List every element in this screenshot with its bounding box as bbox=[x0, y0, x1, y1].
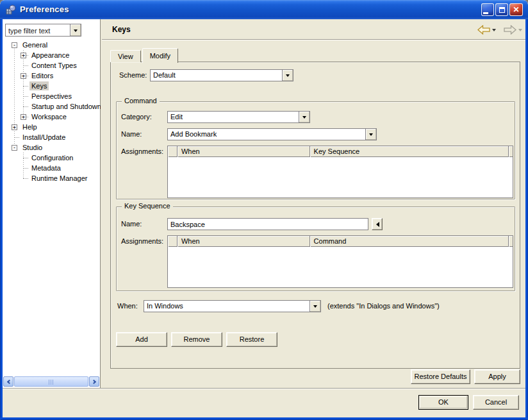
window-title: Preferences bbox=[20, 4, 69, 14]
filter-input[interactable] bbox=[6, 24, 70, 36]
close-button[interactable]: ✕ bbox=[509, 3, 523, 16]
when-combo[interactable]: In Windows bbox=[144, 300, 321, 312]
ok-button[interactable]: OK bbox=[418, 395, 468, 410]
sidebar-item-runtime-manager[interactable]: Runtime Manager bbox=[3, 173, 101, 183]
sidebar-item-configuration[interactable]: Configuration bbox=[3, 153, 101, 163]
sidebar-item-perspectives[interactable]: Perspectives bbox=[3, 91, 101, 101]
chevron-left-icon bbox=[6, 379, 11, 383]
back-button[interactable] bbox=[477, 25, 490, 35]
page-title: Keys bbox=[112, 25, 131, 34]
preferences-sidebar: - General + Appearance Content Types + E… bbox=[3, 19, 101, 388]
sidebar-item-keys[interactable]: Keys bbox=[3, 81, 101, 91]
remove-button[interactable]: Remove bbox=[171, 332, 222, 347]
scrollbar-track[interactable] bbox=[13, 376, 89, 387]
scheme-dropdown-button[interactable] bbox=[282, 70, 293, 81]
table-header-blank bbox=[509, 236, 513, 247]
title-bar[interactable]: Preferences ✕ bbox=[0, 0, 528, 19]
close-icon: ✕ bbox=[513, 6, 519, 13]
back-history-dropdown[interactable] bbox=[492, 29, 496, 33]
chevron-right-icon bbox=[91, 379, 95, 383]
window-border-bottom bbox=[0, 417, 528, 420]
key-sequence-group-title: Key Sequence bbox=[122, 202, 173, 210]
restore-button[interactable]: Restore bbox=[226, 332, 277, 347]
expand-icon[interactable]: + bbox=[12, 124, 17, 130]
horizontal-scrollbar[interactable] bbox=[3, 376, 99, 387]
tree-label: Perspectives bbox=[29, 92, 74, 101]
tree-label: Configuration bbox=[29, 153, 75, 162]
sidebar-item-general[interactable]: - General bbox=[3, 40, 101, 50]
expand-icon[interactable]: + bbox=[21, 73, 26, 79]
forward-button[interactable] bbox=[504, 25, 516, 35]
tree-label: Editors bbox=[29, 71, 55, 80]
sidebar-item-studio[interactable]: - Studio bbox=[3, 142, 101, 153]
command-name-combo[interactable]: Add Bookmark bbox=[167, 128, 377, 140]
key-sequence-name-label: Name: bbox=[121, 220, 142, 228]
collapse-icon[interactable]: - bbox=[12, 42, 17, 48]
tab-modify[interactable]: Modify bbox=[142, 48, 178, 63]
page-header: Keys bbox=[102, 19, 525, 40]
scheme-combo[interactable]: Default bbox=[150, 69, 293, 81]
app-icon bbox=[6, 4, 16, 15]
table-header-blank bbox=[168, 236, 177, 247]
command-assignments-table[interactable]: When Key Sequence bbox=[167, 146, 513, 198]
sidebar-item-install-update[interactable]: Install/Update bbox=[3, 132, 101, 142]
chevron-down-icon bbox=[313, 305, 317, 310]
maximize-icon bbox=[499, 7, 505, 13]
sidebar-item-metadata[interactable]: Metadata bbox=[3, 163, 101, 173]
table-header-command: Command bbox=[310, 236, 509, 247]
when-dropdown-button[interactable] bbox=[309, 301, 320, 312]
category-value: Edit bbox=[168, 112, 299, 122]
filter-dropdown-button[interactable] bbox=[70, 24, 81, 36]
scroll-right-button[interactable] bbox=[89, 376, 99, 387]
sidebar-item-help[interactable]: + Help bbox=[3, 122, 101, 132]
command-name-dropdown-button[interactable] bbox=[365, 129, 376, 140]
sidebar-item-content-types[interactable]: Content Types bbox=[3, 60, 101, 71]
command-group: Command Category: Edit Name: Add Bookmar… bbox=[116, 101, 515, 199]
table-header-key-sequence: Key Sequence bbox=[310, 146, 509, 157]
scrollbar-thumb[interactable] bbox=[14, 376, 88, 387]
tree-label: General bbox=[21, 40, 49, 49]
scroll-left-button[interactable] bbox=[3, 376, 13, 387]
collapse-icon[interactable]: - bbox=[12, 145, 17, 151]
expand-icon[interactable]: + bbox=[21, 114, 26, 120]
key-sequence-input[interactable] bbox=[167, 218, 368, 230]
tree-label-selected: Keys bbox=[29, 81, 49, 90]
sidebar-item-startup-and-shutdown[interactable]: Startup and Shutdown bbox=[3, 101, 101, 112]
cancel-button[interactable]: Cancel bbox=[473, 395, 519, 410]
forward-icon bbox=[504, 25, 516, 35]
maximize-button[interactable] bbox=[495, 3, 508, 16]
history-navigation bbox=[477, 25, 522, 35]
preferences-dialog: Preferences ✕ - General + bbox=[0, 0, 528, 420]
restore-defaults-button[interactable]: Restore Defaults bbox=[411, 369, 470, 384]
table-header-blank bbox=[168, 146, 177, 157]
sidebar-item-appearance[interactable]: + Appearance bbox=[3, 50, 101, 60]
tree-label: Install/Update bbox=[21, 133, 67, 142]
tree-label: Studio bbox=[21, 143, 44, 152]
tab-view[interactable]: View bbox=[110, 50, 141, 62]
chevron-down-icon bbox=[74, 29, 78, 34]
add-button[interactable]: Add bbox=[116, 332, 167, 347]
minimize-button[interactable] bbox=[481, 3, 494, 16]
table-header-blank bbox=[509, 146, 513, 157]
table-header-when: When bbox=[177, 236, 310, 247]
category-combo[interactable]: Edit bbox=[167, 111, 310, 123]
sidebar-item-workspace[interactable]: + Workspace bbox=[3, 112, 101, 122]
category-label: Category: bbox=[121, 113, 152, 121]
forward-history-dropdown[interactable] bbox=[518, 29, 522, 33]
scheme-label: Scheme: bbox=[119, 71, 147, 79]
sidebar-item-editors[interactable]: + Editors bbox=[3, 71, 101, 81]
window-border-left bbox=[0, 19, 3, 420]
tree-label: Help bbox=[21, 122, 39, 131]
key-capture-button[interactable] bbox=[372, 218, 383, 230]
expand-icon[interactable]: + bbox=[21, 53, 26, 58]
table-header-row: When Key Sequence bbox=[168, 146, 513, 157]
category-dropdown-button[interactable] bbox=[299, 112, 309, 122]
minimize-icon bbox=[483, 12, 488, 14]
key-sequence-assignments-table[interactable]: When Command bbox=[167, 235, 513, 288]
tree-label: Workspace bbox=[29, 112, 69, 121]
tree-label: Metadata bbox=[29, 164, 63, 172]
command-group-title: Command bbox=[122, 97, 160, 105]
scheme-value: Default bbox=[151, 70, 282, 81]
filter-combo[interactable] bbox=[5, 24, 81, 37]
apply-button[interactable]: Apply bbox=[474, 369, 520, 384]
